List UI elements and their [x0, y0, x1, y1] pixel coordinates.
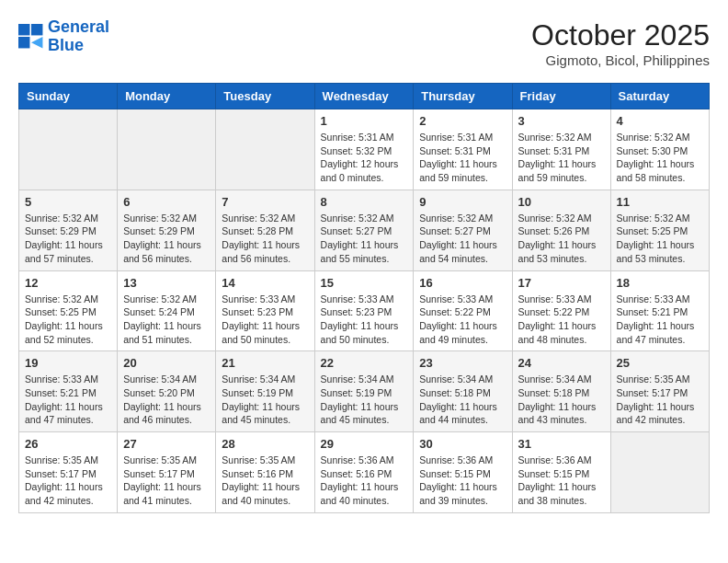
- svg-rect-0: [18, 24, 29, 35]
- calendar-cell: 24Sunrise: 5:34 AM Sunset: 5:18 PM Dayli…: [512, 351, 610, 432]
- calendar-cell: [118, 109, 216, 190]
- weekday-header-saturday: Saturday: [610, 84, 709, 109]
- day-number: 6: [123, 195, 210, 209]
- day-number: 1: [321, 114, 408, 128]
- calendar-week-3: 12Sunrise: 5:32 AM Sunset: 5:25 PM Dayli…: [19, 270, 710, 351]
- day-info: Sunrise: 5:36 AM Sunset: 5:15 PM Dayligh…: [419, 454, 506, 508]
- day-info: Sunrise: 5:31 AM Sunset: 5:31 PM Dayligh…: [419, 131, 506, 185]
- day-number: 4: [617, 114, 703, 128]
- logo: General Blue: [18, 18, 109, 55]
- day-info: Sunrise: 5:32 AM Sunset: 5:28 PM Dayligh…: [222, 212, 308, 266]
- calendar-cell: 2Sunrise: 5:31 AM Sunset: 5:31 PM Daylig…: [414, 109, 512, 190]
- day-info: Sunrise: 5:34 AM Sunset: 5:18 PM Dayligh…: [518, 373, 605, 427]
- day-number: 25: [617, 356, 703, 370]
- calendar-cell: 15Sunrise: 5:33 AM Sunset: 5:23 PM Dayli…: [314, 270, 414, 351]
- calendar-cell: 29Sunrise: 5:36 AM Sunset: 5:16 PM Dayli…: [314, 432, 414, 513]
- day-number: 10: [518, 195, 605, 209]
- calendar-week-5: 26Sunrise: 5:35 AM Sunset: 5:17 PM Dayli…: [19, 432, 710, 513]
- location-subtitle: Gigmoto, Bicol, Philippines: [531, 52, 710, 68]
- calendar-table: SundayMondayTuesdayWednesdayThursdayFrid…: [18, 83, 710, 513]
- day-info: Sunrise: 5:33 AM Sunset: 5:23 PM Dayligh…: [321, 293, 408, 347]
- day-number: 23: [419, 356, 506, 370]
- calendar-cell: [19, 109, 118, 190]
- logo-text-general: General: [48, 18, 109, 37]
- day-number: 11: [617, 195, 703, 209]
- calendar-cell: 20Sunrise: 5:34 AM Sunset: 5:20 PM Dayli…: [118, 351, 216, 432]
- calendar-cell: 23Sunrise: 5:34 AM Sunset: 5:18 PM Dayli…: [414, 351, 512, 432]
- calendar-cell: 16Sunrise: 5:33 AM Sunset: 5:22 PM Dayli…: [414, 270, 512, 351]
- day-info: Sunrise: 5:32 AM Sunset: 5:26 PM Dayligh…: [518, 212, 605, 266]
- calendar-cell: 10Sunrise: 5:32 AM Sunset: 5:26 PM Dayli…: [512, 190, 610, 270]
- day-info: Sunrise: 5:35 AM Sunset: 5:17 PM Dayligh…: [123, 454, 210, 508]
- calendar-cell: 18Sunrise: 5:33 AM Sunset: 5:21 PM Dayli…: [610, 270, 709, 351]
- calendar-week-2: 5Sunrise: 5:32 AM Sunset: 5:29 PM Daylig…: [19, 190, 710, 270]
- calendar-cell: 6Sunrise: 5:32 AM Sunset: 5:29 PM Daylig…: [118, 190, 216, 270]
- day-info: Sunrise: 5:32 AM Sunset: 5:30 PM Dayligh…: [617, 131, 703, 185]
- day-info: Sunrise: 5:34 AM Sunset: 5:18 PM Dayligh…: [419, 373, 506, 427]
- day-info: Sunrise: 5:32 AM Sunset: 5:25 PM Dayligh…: [25, 293, 111, 347]
- calendar-cell: 30Sunrise: 5:36 AM Sunset: 5:15 PM Dayli…: [414, 432, 512, 513]
- day-info: Sunrise: 5:36 AM Sunset: 5:15 PM Dayligh…: [518, 454, 605, 508]
- day-number: 16: [419, 276, 506, 290]
- weekday-header-row: SundayMondayTuesdayWednesdayThursdayFrid…: [19, 84, 710, 109]
- day-number: 17: [518, 276, 605, 290]
- day-info: Sunrise: 5:35 AM Sunset: 5:16 PM Dayligh…: [222, 454, 308, 508]
- day-info: Sunrise: 5:32 AM Sunset: 5:31 PM Dayligh…: [518, 131, 605, 185]
- day-info: Sunrise: 5:32 AM Sunset: 5:29 PM Dayligh…: [25, 212, 111, 266]
- day-info: Sunrise: 5:32 AM Sunset: 5:29 PM Dayligh…: [123, 212, 210, 266]
- calendar-cell: 28Sunrise: 5:35 AM Sunset: 5:16 PM Dayli…: [216, 432, 314, 513]
- calendar-cell: 21Sunrise: 5:34 AM Sunset: 5:19 PM Dayli…: [216, 351, 314, 432]
- calendar-cell: 13Sunrise: 5:32 AM Sunset: 5:24 PM Dayli…: [118, 270, 216, 351]
- day-number: 27: [123, 437, 210, 451]
- day-number: 3: [518, 114, 605, 128]
- day-number: 18: [617, 276, 703, 290]
- day-number: 13: [123, 276, 210, 290]
- svg-rect-2: [18, 37, 29, 48]
- page-header: General Blue October 2025 Gigmoto, Bicol…: [18, 18, 710, 68]
- calendar-cell: 5Sunrise: 5:32 AM Sunset: 5:29 PM Daylig…: [19, 190, 118, 270]
- calendar-week-4: 19Sunrise: 5:33 AM Sunset: 5:21 PM Dayli…: [19, 351, 710, 432]
- day-number: 31: [518, 437, 605, 451]
- logo-text-blue: Blue: [48, 37, 109, 55]
- calendar-cell: 11Sunrise: 5:32 AM Sunset: 5:25 PM Dayli…: [610, 190, 709, 270]
- day-info: Sunrise: 5:34 AM Sunset: 5:20 PM Dayligh…: [123, 373, 210, 427]
- calendar-cell: 26Sunrise: 5:35 AM Sunset: 5:17 PM Dayli…: [19, 432, 118, 513]
- day-info: Sunrise: 5:31 AM Sunset: 5:32 PM Dayligh…: [321, 131, 408, 185]
- weekday-header-friday: Friday: [512, 84, 610, 109]
- day-number: 22: [321, 356, 408, 370]
- logo-icon: [18, 24, 44, 50]
- day-number: 29: [321, 437, 408, 451]
- day-number: 30: [419, 437, 506, 451]
- day-info: Sunrise: 5:33 AM Sunset: 5:22 PM Dayligh…: [419, 293, 506, 347]
- calendar-week-1: 1Sunrise: 5:31 AM Sunset: 5:32 PM Daylig…: [19, 109, 710, 190]
- day-number: 15: [321, 276, 408, 290]
- day-number: 8: [321, 195, 408, 209]
- svg-rect-1: [31, 24, 42, 35]
- calendar-cell: [216, 109, 314, 190]
- day-number: 24: [518, 356, 605, 370]
- calendar-cell: 12Sunrise: 5:32 AM Sunset: 5:25 PM Dayli…: [19, 270, 118, 351]
- day-number: 12: [25, 276, 111, 290]
- day-info: Sunrise: 5:32 AM Sunset: 5:27 PM Dayligh…: [321, 212, 408, 266]
- day-info: Sunrise: 5:32 AM Sunset: 5:27 PM Dayligh…: [419, 212, 506, 266]
- calendar-cell: 22Sunrise: 5:34 AM Sunset: 5:19 PM Dayli…: [314, 351, 414, 432]
- calendar-cell: [610, 432, 709, 513]
- day-number: 26: [25, 437, 111, 451]
- calendar-cell: 7Sunrise: 5:32 AM Sunset: 5:28 PM Daylig…: [216, 190, 314, 270]
- calendar-cell: 14Sunrise: 5:33 AM Sunset: 5:23 PM Dayli…: [216, 270, 314, 351]
- month-title: October 2025: [531, 18, 710, 52]
- calendar-cell: 3Sunrise: 5:32 AM Sunset: 5:31 PM Daylig…: [512, 109, 610, 190]
- calendar-cell: 31Sunrise: 5:36 AM Sunset: 5:15 PM Dayli…: [512, 432, 610, 513]
- svg-marker-3: [31, 37, 42, 48]
- day-info: Sunrise: 5:34 AM Sunset: 5:19 PM Dayligh…: [222, 373, 308, 427]
- day-number: 9: [419, 195, 506, 209]
- day-number: 19: [25, 356, 111, 370]
- day-info: Sunrise: 5:32 AM Sunset: 5:25 PM Dayligh…: [617, 212, 703, 266]
- calendar-cell: 8Sunrise: 5:32 AM Sunset: 5:27 PM Daylig…: [314, 190, 414, 270]
- day-number: 21: [222, 356, 308, 370]
- calendar-cell: 25Sunrise: 5:35 AM Sunset: 5:17 PM Dayli…: [610, 351, 709, 432]
- day-number: 20: [123, 356, 210, 370]
- day-info: Sunrise: 5:32 AM Sunset: 5:24 PM Dayligh…: [123, 293, 210, 347]
- day-number: 7: [222, 195, 308, 209]
- calendar-cell: 19Sunrise: 5:33 AM Sunset: 5:21 PM Dayli…: [19, 351, 118, 432]
